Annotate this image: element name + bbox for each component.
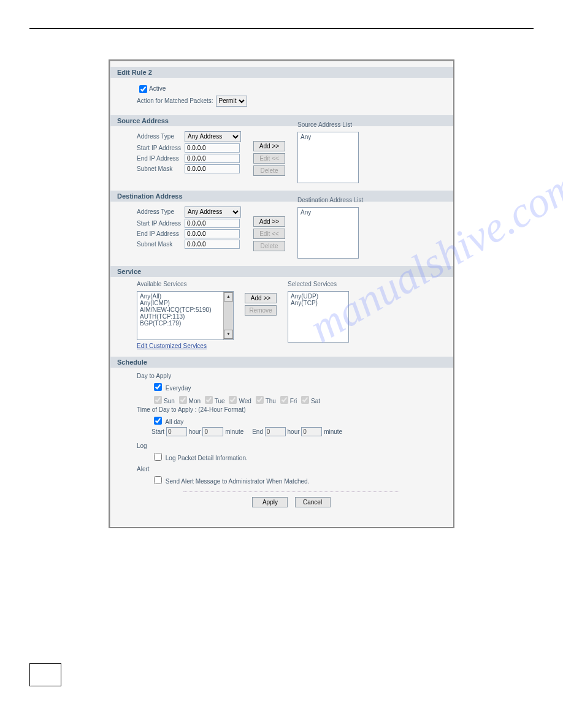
src-subnet-input[interactable] <box>185 164 240 173</box>
day-sun-checkbox[interactable] <box>154 396 162 404</box>
available-services-listbox[interactable]: Any(All) Any(ICMP) AIM/NEW-ICQ(TCP:5190)… <box>137 291 234 340</box>
start-label: Start <box>151 428 164 435</box>
dst-start-ip-label: Start IP Address <box>137 220 185 227</box>
day-wed-label: Wed <box>239 398 251 404</box>
dst-add-button[interactable]: Add >> <box>253 216 285 227</box>
day-thu-label: Thu <box>266 398 276 404</box>
log-detail-label: Log Packet Detail Information. <box>166 455 248 461</box>
apply-button[interactable]: Apply <box>252 497 288 507</box>
destination-address-header: Destination Address <box>110 191 453 202</box>
cancel-button[interactable]: Cancel <box>295 497 331 507</box>
list-item[interactable]: Any <box>301 134 356 140</box>
day-sat-checkbox[interactable] <box>301 396 309 404</box>
dst-end-ip-input[interactable] <box>185 229 240 238</box>
dst-list-title: Destination Address List <box>297 197 363 203</box>
list-item[interactable]: AIM/NEW-ICQ(TCP:5190) <box>140 306 221 313</box>
src-address-type-label: Address Type <box>137 133 185 140</box>
alert-detail-checkbox[interactable] <box>154 476 162 484</box>
active-checkbox[interactable] <box>139 85 147 93</box>
alert-detail-label: Send Alert Message to Administrator When… <box>166 478 310 485</box>
all-day-checkbox[interactable] <box>154 417 162 425</box>
page-number-box <box>29 663 61 686</box>
dst-subnet-label: Subnet Mask <box>137 241 185 248</box>
end-label: End <box>252 428 263 435</box>
title-bar: Edit Rule 2 <box>110 67 453 78</box>
src-list-title: Source Address List <box>297 121 359 128</box>
time-of-day-label: Time of Day to Apply : (24-Hour Format) <box>137 406 446 413</box>
src-add-button[interactable]: Add >> <box>253 141 285 151</box>
day-fri-checkbox[interactable] <box>280 396 288 404</box>
selected-services-listbox[interactable]: Any(UDP) Any(TCP) <box>288 291 349 343</box>
dst-address-type-label: Address Type <box>137 208 185 215</box>
src-subnet-label: Subnet Mask <box>137 165 185 172</box>
end-hour-input[interactable] <box>265 427 286 436</box>
selected-services-title: Selected Services <box>288 281 349 287</box>
schedule-header: Schedule <box>110 357 453 368</box>
hour-label-2: hour <box>288 428 300 435</box>
scroll-down-icon[interactable]: ▼ <box>224 330 233 339</box>
end-minute-input[interactable] <box>301 427 322 436</box>
alert-label: Alert <box>137 466 446 472</box>
list-item[interactable]: BGP(TCP:179) <box>140 320 221 327</box>
available-services-title: Available Services <box>137 281 234 287</box>
list-item[interactable]: Any <box>301 209 356 216</box>
all-day-label: All day <box>165 419 183 425</box>
day-tue-checkbox[interactable] <box>205 396 213 404</box>
day-thu-checkbox[interactable] <box>256 396 264 404</box>
list-item[interactable]: Any(ICMP) <box>140 300 221 306</box>
list-item[interactable]: Any(All) <box>140 293 221 300</box>
source-address-header: Source Address <box>110 115 453 126</box>
src-start-ip-input[interactable] <box>185 143 240 153</box>
src-address-type-select[interactable]: Any Address <box>185 131 241 142</box>
src-address-listbox[interactable]: Any <box>297 132 359 183</box>
svc-add-button[interactable]: Add >> <box>245 293 277 303</box>
hour-label: hour <box>189 428 201 435</box>
list-item[interactable]: AUTH(TCP:113) <box>140 313 221 320</box>
day-wed-checkbox[interactable] <box>229 396 237 404</box>
scroll-up-icon[interactable]: ▲ <box>224 292 233 301</box>
day-sat-label: Sat <box>311 398 320 404</box>
dst-address-type-select[interactable]: Any Address <box>185 207 241 218</box>
dst-edit-button[interactable]: Edit << <box>253 229 285 239</box>
day-sun-label: Sun <box>164 398 175 404</box>
src-end-ip-input[interactable] <box>185 154 240 163</box>
src-delete-button[interactable]: Delete <box>253 165 285 176</box>
dst-subnet-input[interactable] <box>185 240 240 249</box>
day-tue-label: Tue <box>215 398 225 404</box>
dst-start-ip-input[interactable] <box>185 219 240 228</box>
start-minute-input[interactable] <box>202 427 223 436</box>
svc-remove-button[interactable]: Remove <box>245 305 277 316</box>
start-hour-input[interactable] <box>166 427 187 436</box>
action-matched-label: Action for Matched Packets: <box>137 97 213 104</box>
day-to-apply-label: Day to Apply <box>137 373 446 379</box>
minute-label-2: minute <box>324 428 342 435</box>
active-label: Active <box>149 85 166 92</box>
day-fri-label: Fri <box>290 398 297 404</box>
list-item[interactable]: Any(TCP) <box>291 300 346 306</box>
list-item[interactable]: Any(UDP) <box>291 293 346 300</box>
log-detail-checkbox[interactable] <box>154 453 162 461</box>
log-label: Log <box>137 442 446 449</box>
scrollbar[interactable]: ▲ ▼ <box>223 292 233 339</box>
src-start-ip-label: Start IP Address <box>137 145 185 151</box>
dst-end-ip-label: End IP Address <box>137 230 185 237</box>
everyday-checkbox[interactable] <box>154 383 162 391</box>
dst-delete-button[interactable]: Delete <box>253 241 285 251</box>
minute-label: minute <box>225 428 243 435</box>
dst-address-listbox[interactable]: Any <box>297 207 359 259</box>
edit-customized-services-link[interactable]: Edit Customized Services <box>137 343 207 349</box>
day-mon-checkbox[interactable] <box>179 396 187 404</box>
src-end-ip-label: End IP Address <box>137 155 185 162</box>
service-header: Service <box>110 266 453 277</box>
day-mon-label: Mon <box>189 398 201 404</box>
everyday-label: Everyday <box>166 385 191 392</box>
src-edit-button[interactable]: Edit << <box>253 153 285 164</box>
action-matched-select[interactable]: Permit <box>216 96 247 107</box>
